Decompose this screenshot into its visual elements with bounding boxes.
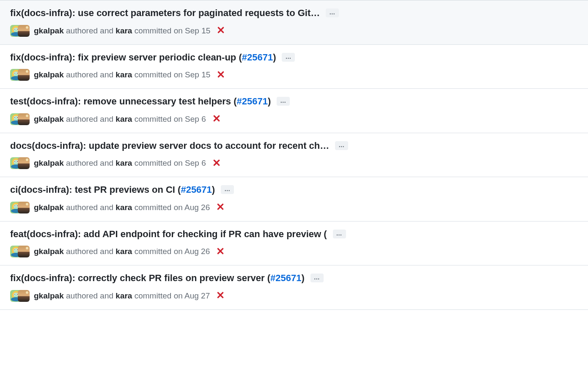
expand-message-button[interactable]: … — [221, 185, 234, 194]
commit-item[interactable]: fix(docs-infra): correctly check PR file… — [0, 265, 588, 310]
commit-date: on Sep 15 — [174, 70, 211, 79]
committed-text: committed — [135, 291, 172, 300]
commit-date: on Aug 26 — [174, 203, 210, 212]
commit-meta-text: gkalpak authored and kara committed on A… — [34, 247, 210, 256]
commit-date: on Sep 6 — [174, 159, 206, 167]
svg-point-69 — [26, 291, 28, 294]
commit-meta-row: gkalpak authored and kara committed on A… — [10, 246, 578, 257]
committer-avatar[interactable] — [18, 290, 30, 302]
status-fail-icon[interactable] — [217, 71, 225, 79]
commit-title-link[interactable]: fix(docs-infra): correctly check PR file… — [10, 272, 305, 284]
commit-meta-text: gkalpak authored and kara committed on S… — [34, 70, 210, 79]
committer-avatar[interactable] — [18, 113, 30, 125]
commit-title-text: docs(docs-infra): update preview server … — [10, 140, 320, 151]
status-fail-icon[interactable] — [217, 203, 224, 212]
avatar-stack — [10, 202, 30, 213]
commit-item[interactable]: fix(docs-infra): use correct parameters … — [0, 0, 588, 45]
author-link[interactable]: gkalpak — [34, 203, 64, 212]
committer-link[interactable]: kara — [115, 247, 132, 256]
committed-text: committed — [135, 115, 172, 123]
committed-text: committed — [135, 203, 172, 212]
status-fail-icon[interactable] — [217, 26, 225, 35]
committed-text: committed — [135, 26, 172, 35]
committer-link[interactable]: kara — [115, 70, 132, 79]
committer-link[interactable]: kara — [115, 26, 132, 35]
avatar-stack — [10, 113, 30, 125]
status-fail-icon[interactable] — [213, 115, 220, 123]
pr-reference-link[interactable]: #25671 — [237, 96, 268, 107]
status-fail-icon[interactable] — [217, 291, 224, 300]
pr-reference-link[interactable]: #25671 — [270, 273, 301, 283]
commit-title-link[interactable]: ci(docs-infra): test PR previews on CI (… — [10, 184, 215, 196]
authored-and-text: authored and — [66, 203, 113, 212]
commit-title-text: fix(docs-infra): correctly check PR file… — [10, 273, 267, 283]
expand-message-button[interactable]: … — [282, 53, 295, 62]
pr-reference-link[interactable]: #25671 — [242, 52, 273, 63]
svg-point-59 — [26, 247, 28, 249]
avatar-stack — [10, 69, 30, 81]
commit-title-row: test(docs-infra): remove unnecessary tes… — [10, 96, 578, 107]
committer-avatar[interactable] — [18, 246, 30, 257]
committer-avatar[interactable] — [18, 202, 30, 213]
committer-link[interactable]: kara — [115, 203, 132, 212]
commit-title-link[interactable]: fix(docs-infra): use correct parameters … — [10, 7, 320, 19]
commit-item[interactable]: fix(docs-infra): fix preview server peri… — [0, 45, 588, 89]
svg-point-49 — [26, 203, 28, 205]
commit-meta-row: gkalpak authored and kara committed on A… — [10, 202, 578, 213]
commit-meta-text: gkalpak authored and kara committed on S… — [34, 115, 206, 124]
status-fail-icon[interactable] — [217, 247, 224, 256]
author-link[interactable]: gkalpak — [34, 291, 64, 300]
commit-title-row: ci(docs-infra): test PR previews on CI (… — [10, 184, 578, 196]
authored-and-text: authored and — [66, 291, 113, 300]
commit-title-link[interactable]: feat(docs-infra): add API endpoint for c… — [10, 228, 327, 240]
avatar-stack — [10, 290, 30, 302]
commit-date: on Aug 26 — [174, 247, 210, 256]
svg-point-39 — [26, 159, 28, 161]
author-link[interactable]: gkalpak — [34, 247, 64, 256]
title-ellipsis: … — [310, 8, 320, 18]
commit-item[interactable]: test(docs-infra): remove unnecessary tes… — [0, 89, 588, 133]
expand-message-button[interactable]: … — [333, 230, 346, 238]
commit-item[interactable]: feat(docs-infra): add API endpoint for c… — [0, 222, 588, 266]
committer-avatar[interactable] — [18, 157, 30, 169]
expand-message-button[interactable]: … — [335, 141, 348, 150]
commit-title-row: fix(docs-infra): use correct parameters … — [10, 7, 578, 19]
commit-title-text: fix(docs-infra): use correct parameters … — [10, 8, 310, 18]
commit-title-link[interactable]: docs(docs-infra): update preview server … — [10, 140, 329, 152]
commit-title-link[interactable]: fix(docs-infra): fix preview server peri… — [10, 52, 276, 63]
avatar-stack — [10, 157, 30, 169]
author-link[interactable]: gkalpak — [34, 115, 64, 123]
commit-meta-text: gkalpak authored and kara committed on A… — [34, 203, 210, 212]
expand-message-button[interactable]: … — [277, 97, 290, 106]
commit-title-row: docs(docs-infra): update preview server … — [10, 140, 578, 152]
committer-link[interactable]: kara — [115, 159, 132, 167]
svg-point-45 — [14, 205, 15, 206]
svg-point-9 — [26, 26, 28, 29]
svg-point-25 — [14, 117, 15, 118]
avatar-stack — [10, 25, 30, 37]
svg-point-15 — [14, 73, 15, 74]
paren-close: ) — [273, 52, 276, 63]
author-link[interactable]: gkalpak — [34, 159, 64, 167]
expand-message-button[interactable]: … — [310, 274, 324, 282]
paren-close: ) — [212, 184, 215, 195]
committer-avatar[interactable] — [18, 25, 30, 37]
pr-reference-link[interactable]: #25671 — [181, 184, 212, 195]
author-link[interactable]: gkalpak — [34, 70, 64, 79]
commit-item[interactable]: docs(docs-infra): update preview server … — [0, 133, 588, 178]
commit-title-link[interactable]: test(docs-infra): remove unnecessary tes… — [10, 96, 271, 107]
commit-date: on Aug 27 — [174, 291, 210, 300]
authored-and-text: authored and — [66, 70, 113, 79]
commit-item[interactable]: ci(docs-infra): test PR previews on CI (… — [0, 177, 588, 222]
author-link[interactable]: gkalpak — [34, 26, 64, 35]
title-ellipsis: … — [320, 140, 329, 151]
expand-message-button[interactable]: … — [326, 8, 339, 17]
paren-open: ( — [234, 96, 236, 107]
committed-text: committed — [135, 159, 172, 167]
commit-date: on Sep 15 — [174, 26, 211, 35]
status-fail-icon[interactable] — [213, 159, 220, 168]
committed-text: committed — [135, 247, 172, 256]
committer-link[interactable]: kara — [115, 115, 132, 123]
committer-avatar[interactable] — [18, 69, 30, 81]
committer-link[interactable]: kara — [115, 291, 132, 300]
